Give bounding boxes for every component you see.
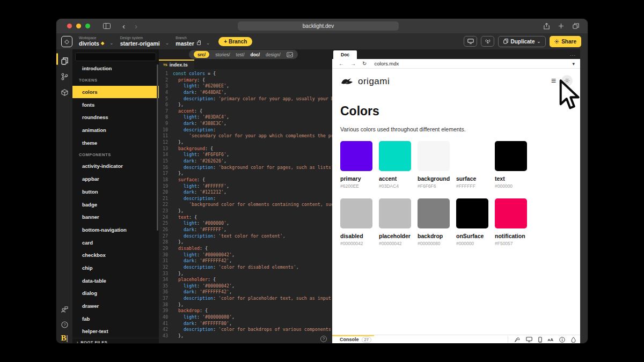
swatch-color xyxy=(495,198,527,228)
new-tab-icon[interactable] xyxy=(558,23,564,29)
swatch-hex: #6200EE xyxy=(340,183,372,189)
share-page-icon[interactable] xyxy=(544,23,550,29)
desktop-icon[interactable] xyxy=(526,337,532,342)
broadcast-icon xyxy=(485,39,491,44)
tree-item-activity-indicator[interactable]: activity-indicator xyxy=(72,160,159,173)
chevron-down-icon[interactable]: ⌄ xyxy=(109,40,114,46)
code-line: 23 }, xyxy=(159,208,332,215)
root-files-toggle[interactable]: › ROOT FILES xyxy=(72,338,159,343)
doc-address-text[interactable]: colors.mdx xyxy=(374,61,399,67)
swatch-color xyxy=(418,198,450,228)
rotate-device-icon[interactable] xyxy=(514,337,520,343)
packages-rail-button[interactable] xyxy=(56,85,72,99)
code-line: 28 }, xyxy=(159,239,332,246)
workspace-switcher[interactable]: Workspace divriots◆ xyxy=(79,36,104,47)
code-line: 20 dark: '#121212', xyxy=(159,189,332,196)
folder-pill-src[interactable]: src/ xyxy=(194,51,209,58)
tree-item-fab[interactable]: fab xyxy=(72,312,159,325)
editor-tab-label: index.ts xyxy=(170,62,188,68)
doc-tab[interactable]: Doc xyxy=(333,50,357,59)
community-rail-button[interactable] xyxy=(56,302,72,316)
line-number: 1 xyxy=(159,71,173,77)
browser-forward-button[interactable]: › xyxy=(135,22,137,30)
code-area[interactable]: 1const colors = {2 primary: {3 light: '#… xyxy=(159,69,332,343)
minimize-window-button[interactable] xyxy=(76,24,81,28)
tree-item-theme[interactable]: theme xyxy=(72,136,159,149)
swatch-name: placeholder xyxy=(379,233,411,239)
line-number: 43 xyxy=(159,333,173,339)
tree-item-dialog[interactable]: dialog xyxy=(72,287,159,300)
line-number: 3 xyxy=(159,83,173,90)
tree-scrollbar[interactable] xyxy=(157,64,158,231)
address-bar[interactable]: backlight.dev xyxy=(238,21,399,31)
browser-chrome-actions xyxy=(544,19,579,33)
share-button[interactable]: Share xyxy=(550,36,581,47)
tree-item-helper-text[interactable]: helper-text xyxy=(72,325,159,338)
folder-pill-test[interactable]: test/ xyxy=(236,52,245,57)
new-branch-button[interactable]: + Branch xyxy=(218,37,252,46)
tree-item-bottom-navigation[interactable]: bottom-navigation xyxy=(72,224,159,237)
editor-help-button[interactable]: ? xyxy=(320,336,327,342)
duplicate-button[interactable]: Duplicate ⌄ xyxy=(498,36,546,47)
line-number: 21 xyxy=(159,196,173,202)
workspace-label: Workspace xyxy=(79,36,104,40)
git-rail-button[interactable] xyxy=(56,70,72,84)
tree-item-chip[interactable]: chip xyxy=(72,262,159,275)
doc-back-icon[interactable]: ← xyxy=(339,61,344,67)
tree-item-colors[interactable]: colors xyxy=(72,86,159,99)
tree-item-badge[interactable]: badge xyxy=(72,198,159,211)
preview-button[interactable] xyxy=(464,36,477,47)
doc-refresh-icon[interactable]: ↻ xyxy=(362,61,367,67)
tree-item-introduction[interactable]: introduction xyxy=(72,62,159,75)
doc-dropdown-icon[interactable]: ▾ xyxy=(572,61,575,67)
tree-item-banner[interactable]: banner xyxy=(72,211,159,224)
close-window-button[interactable] xyxy=(67,24,72,28)
line-number: 36 xyxy=(159,289,173,295)
design-system-switcher[interactable]: Design system starter-origami xyxy=(120,36,160,47)
help-rail-button[interactable]: ? xyxy=(56,318,72,332)
files-rail-button[interactable] xyxy=(56,54,72,68)
design-assets-icon[interactable] xyxy=(287,52,293,57)
tree-item-roundness[interactable]: roundness xyxy=(72,111,159,124)
tree-search-input[interactable] xyxy=(75,53,156,61)
code-line: 31 dark: '#FFFFFF42', xyxy=(159,258,332,264)
live-session-button[interactable] xyxy=(481,36,494,47)
tree-item-fonts[interactable]: fonts xyxy=(72,98,159,111)
branch-switcher[interactable]: Branch master xyxy=(175,36,200,47)
branch-value: master xyxy=(175,41,194,47)
tab-overview-icon[interactable] xyxy=(573,23,579,29)
console-tab[interactable]: Console xyxy=(340,337,359,342)
backlight-wordmark-icon[interactable]: B| xyxy=(61,334,68,343)
zoom-window-button[interactable] xyxy=(85,24,90,28)
folder-pill-doc[interactable]: doc/ xyxy=(251,52,260,57)
tree-item-appbar[interactable]: appbar xyxy=(72,173,159,186)
line-number: 20 xyxy=(159,189,173,196)
doc-forward-icon[interactable]: → xyxy=(350,61,356,67)
tree-item-drawer[interactable]: drawer xyxy=(72,300,159,313)
menu-icon[interactable]: ≡ xyxy=(551,76,556,86)
editor-tab-index-ts[interactable]: TS index.ts xyxy=(159,60,194,69)
info-icon[interactable] xyxy=(559,337,565,343)
activity-rail: ? B| xyxy=(56,49,72,343)
typescript-badge: TS xyxy=(163,63,167,67)
chevron-down-icon[interactable]: ⌄ xyxy=(165,40,170,46)
line-number: 2 xyxy=(159,77,173,84)
folder-pill-stories[interactable]: stories/ xyxy=(215,52,230,57)
tree-item-button[interactable]: button xyxy=(72,186,159,198)
tree-item-checkbox[interactable]: checkbox xyxy=(72,249,159,262)
tree-item-animation[interactable]: animation xyxy=(72,124,159,137)
sidebar-toggle-icon[interactable] xyxy=(103,23,111,29)
ink-drop-icon[interactable] xyxy=(571,337,576,343)
editor-tab-strip: TS index.ts xyxy=(159,60,332,69)
tree-item-card[interactable]: card xyxy=(72,236,159,249)
font-size-icon[interactable]: ᴀA xyxy=(548,337,553,342)
doc-more-menu[interactable]: ... xyxy=(570,51,576,57)
file-tree-list: introductionTOKENScolorsfontsroundnessan… xyxy=(72,62,159,343)
tree-item-data-table[interactable]: data-table xyxy=(72,274,159,287)
chevron-down-icon[interactable]: ⌄ xyxy=(206,40,210,46)
browser-back-button[interactable]: ‹ xyxy=(122,22,125,30)
folder-pill-design[interactable]: design/ xyxy=(266,52,280,57)
backlight-logo-icon[interactable]: ◇ xyxy=(61,36,72,47)
swatch-hex: #F6F6F6 xyxy=(418,183,450,189)
mobile-icon[interactable] xyxy=(538,337,542,343)
